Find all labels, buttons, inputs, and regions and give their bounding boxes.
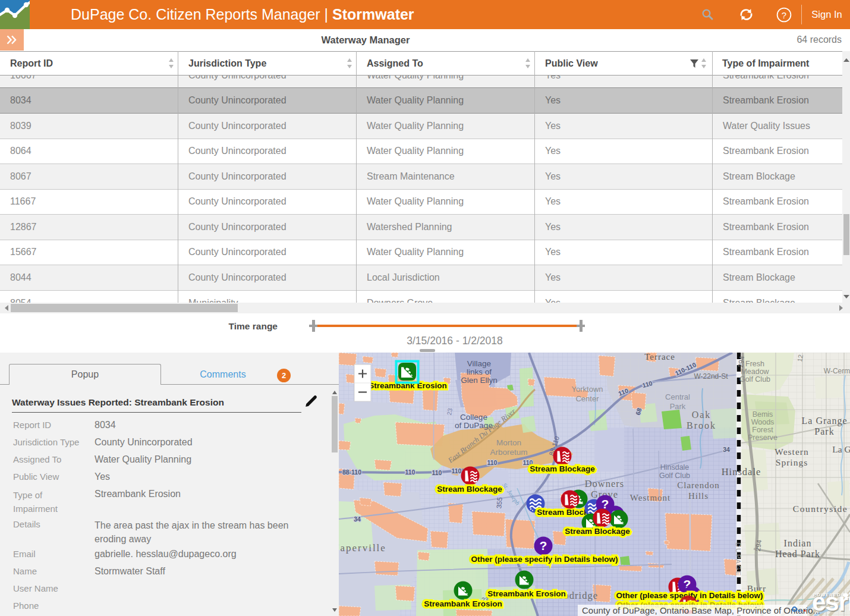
svg-text:Oak: Oak: [692, 410, 712, 420]
svg-text:Indian: Indian: [784, 538, 812, 548]
svg-text:Central: Central: [665, 392, 690, 401]
svg-text:Preserve: Preserve: [748, 433, 777, 442]
svg-text:Arboretum: Arboretum: [490, 448, 527, 457]
svg-text:Streambank Erosion: Streambank Erosion: [424, 599, 502, 608]
svg-text:110: 110: [487, 459, 498, 466]
svg-text:Westmont: Westmont: [630, 493, 670, 502]
svg-text:Fresh: Fresh: [745, 360, 764, 368]
svg-text:?: ?: [782, 10, 786, 20]
svg-text:110: 110: [405, 469, 415, 476]
svg-text:Western: Western: [775, 447, 808, 457]
svg-text:Countryside: Countryside: [793, 504, 848, 514]
svg-text:Brook: Brook: [687, 420, 716, 430]
svg-text:W-22nd-St: W-22nd-St: [694, 372, 728, 381]
svg-text:Morton: Morton: [496, 438, 521, 447]
svg-text:Center: Center: [575, 394, 599, 403]
svg-text:Streambank Erosion: Streambank Erosion: [487, 589, 565, 598]
svg-text:Downers: Downers: [585, 478, 625, 489]
svg-text:Hills: Hills: [688, 491, 709, 501]
svg-text:Hinsdale: Hinsdale: [722, 466, 761, 477]
svg-text:Bemis: Bemis: [753, 410, 773, 419]
svg-text:Yorktown: Yorktown: [572, 385, 603, 394]
svg-text:Forest: Forest: [752, 426, 773, 434]
svg-text:Golf Club: Golf Club: [739, 375, 770, 384]
svg-text:12: 12: [796, 354, 804, 362]
svg-text:Other (please specify in Detai: Other (please specify in Details below): [471, 555, 618, 564]
svg-text:Park: Park: [670, 402, 686, 411]
svg-text:Meadow: Meadow: [741, 367, 769, 376]
svg-text:355: 355: [495, 497, 503, 509]
svg-text:La Grange: La Grange: [802, 416, 848, 426]
svg-text:294: 294: [754, 539, 763, 552]
svg-text:Village: Village: [467, 359, 491, 368]
svg-text:County of DuPage, Ontario Base: County of DuPage, Ontario Base Map, Prov…: [582, 605, 820, 615]
svg-text:esri: esri: [812, 588, 850, 616]
svg-text:Golf Club: Golf Club: [659, 472, 690, 480]
svg-text:110: 110: [452, 467, 462, 474]
svg-text:?: ?: [602, 497, 609, 511]
svg-text:Glen Ellyn: Glen Ellyn: [461, 376, 498, 385]
svg-text:294: 294: [737, 356, 745, 368]
svg-text:34: 34: [354, 516, 361, 523]
svg-text:Stream Blockage: Stream Blockage: [530, 464, 595, 473]
svg-text:links of: links of: [467, 367, 492, 376]
svg-text:Woods: Woods: [751, 418, 775, 426]
svg-text:23: 23: [445, 407, 454, 416]
svg-text:Head Park: Head Park: [775, 549, 820, 559]
svg-text:Park: Park: [814, 426, 834, 436]
svg-text:Clarendon: Clarendon: [677, 480, 719, 490]
svg-text:88-110: 88-110: [342, 469, 361, 476]
svg-text:Springs: Springs: [776, 457, 808, 467]
svg-text:?: ?: [540, 539, 547, 552]
svg-text:Terrace: Terrace: [644, 353, 675, 362]
svg-text:W-Cerm: W-Cerm: [824, 367, 850, 375]
svg-text:Stream Blockage: Stream Blockage: [437, 485, 502, 494]
svg-text:DUPAGE: DUPAGE: [735, 542, 742, 577]
svg-text:Stream Blockage: Stream Blockage: [565, 527, 630, 536]
svg-text:Hinsdale: Hinsdale: [660, 463, 690, 472]
svg-text:College: College: [460, 413, 487, 422]
svg-text:Naperville: Naperville: [339, 542, 386, 554]
svg-text:110: 110: [432, 469, 442, 476]
svg-text:La Gra: La Gra: [832, 444, 850, 454]
svg-text:34: 34: [723, 446, 730, 453]
